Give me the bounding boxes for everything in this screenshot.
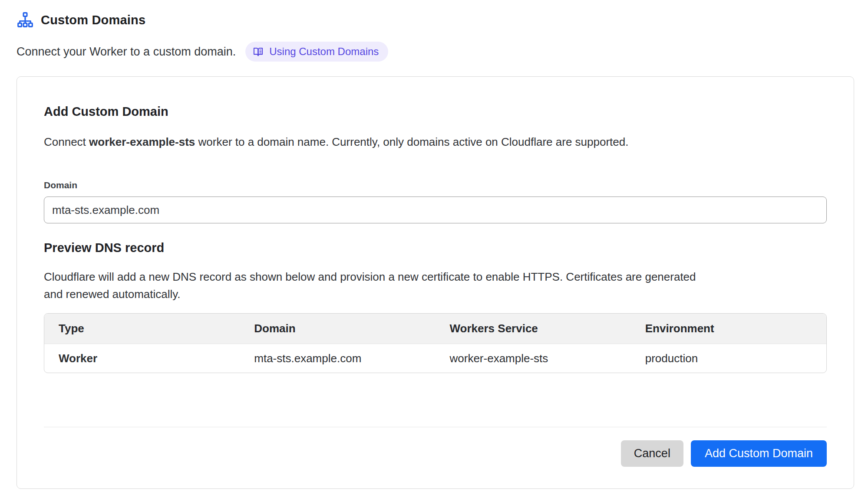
add-custom-domain-description: Connect worker-example-sts worker to a d… [44,135,827,149]
description-suffix: worker to a domain name. Currently, only… [195,135,628,148]
hierarchy-icon [17,11,34,29]
open-book-icon [252,46,264,58]
footer-actions: Cancel Add Custom Domain [44,440,827,467]
page-subtitle-row: Connect your Worker to a custom domain. … [17,42,851,62]
column-header-environment: Environment [631,314,826,344]
preview-dns-heading: Preview DNS record [44,241,827,255]
add-custom-domain-card: Add Custom Domain Connect worker-example… [17,76,854,489]
table-header-row: Type Domain Workers Service Environment [44,314,826,344]
cancel-button[interactable]: Cancel [621,440,683,467]
add-custom-domain-heading: Add Custom Domain [44,105,827,119]
domain-input[interactable] [44,197,827,223]
page-subtitle: Connect your Worker to a custom domain. [17,45,236,59]
page-title: Custom Domains [41,13,145,27]
using-custom-domains-link[interactable]: Using Custom Domains [245,42,388,62]
worker-name: worker-example-sts [89,135,195,148]
dns-preview-table: Type Domain Workers Service Environment … [44,313,827,373]
column-header-type: Type [44,314,240,344]
cell-record-type: Worker [44,344,240,373]
preview-dns-description: Cloudflare will add a new DNS record as … [44,268,700,303]
page-header: Custom Domains [17,11,851,29]
cell-record-workers-service: worker-example-sts [436,344,631,373]
footer-divider [44,427,827,427]
custom-domains-page: Custom Domains Connect your Worker to a … [0,0,868,489]
add-custom-domain-button[interactable]: Add Custom Domain [691,440,827,467]
using-custom-domains-label: Using Custom Domains [269,46,379,58]
cell-record-domain: mta-sts.example.com [240,344,435,373]
column-header-domain: Domain [240,314,435,344]
description-prefix: Connect [44,135,89,148]
table-row: Worker mta-sts.example.com worker-exampl… [44,344,826,373]
cell-record-environment: production [631,344,826,373]
domain-field-label: Domain [44,180,827,190]
column-header-workers-service: Workers Service [436,314,631,344]
